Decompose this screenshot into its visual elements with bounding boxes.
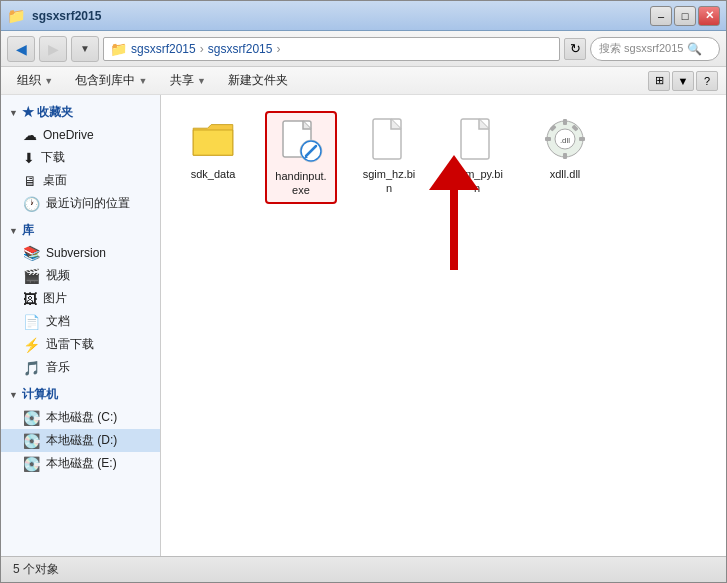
explorer-window: 📁 sgsxsrf2015 – □ ✕ ◀ ▶ ▼ 📁 sgsxsrf2015 … [0,0,727,583]
view-btn-list[interactable]: ▼ [672,71,694,91]
path-sep2: › [276,42,280,56]
search-icon: 🔍 [687,42,702,56]
address-path-seg2[interactable]: sgsxsrf2015 [208,42,273,56]
sidebar-item-local-d[interactable]: 💽 本地磁盘 (D:) [1,429,160,452]
sidebar-item-thunder[interactable]: ⚡ 迅雷下载 [1,333,160,356]
toolbar: ◀ ▶ ▼ 📁 sgsxsrf2015 › sgsxsrf2015 › ↻ 搜索… [1,31,726,67]
forward-button[interactable]: ▶ [39,36,67,62]
file-item-sdk-data[interactable]: sdk_data [177,111,249,185]
generic-file-icon [371,117,407,161]
sidebar-item-video[interactable]: 🎬 视频 [1,264,160,287]
address-path-seg1[interactable]: sgsxsrf2015 [131,42,196,56]
sgim-py-icon-wrap [453,115,501,163]
disk-e-icon: 💽 [23,456,40,472]
view-buttons: ⊞ ▼ ? [648,71,718,91]
status-count: 5 个对象 [13,561,59,578]
dropdown-button[interactable]: ▼ [71,36,99,62]
file-item-sgim-hz-bin[interactable]: sgim_hz.bin [353,111,425,200]
search-label: 搜索 sgsxsrf2015 [599,41,683,56]
file-item-sgim-py-bin[interactable]: sgim_py.bin [441,111,513,200]
path-sep1: › [200,42,204,56]
handinput-icon-wrap [277,117,325,165]
desktop-icon: 🖥 [23,173,37,189]
sidebar-section-favorites: ▼ ★ 收藏夹 ☁ OneDrive ⬇ 下载 🖥 桌面 🕐 最近访问的 [1,101,160,215]
view-btn-grid[interactable]: ⊞ [648,71,670,91]
sidebar-item-onedrive[interactable]: ☁ OneDrive [1,124,160,146]
xdll-label: xdll.dll [550,167,581,181]
sidebar-header-library[interactable]: ▼ 库 [1,219,160,242]
status-bar: 5 个对象 [1,556,726,582]
menu-new-folder[interactable]: 新建文件夹 [220,70,296,91]
subversion-icon: 📚 [23,245,40,261]
sidebar-section-computer: ▼ 计算机 💽 本地磁盘 (C:) 💽 本地磁盘 (D:) 💽 本地磁盘 (E:… [1,383,160,475]
sidebar-header-favorites[interactable]: ▼ ★ 收藏夹 [1,101,160,124]
main-area: ▼ ★ 收藏夹 ☁ OneDrive ⬇ 下载 🖥 桌面 🕐 最近访问的 [1,95,726,556]
sidebar-item-local-e[interactable]: 💽 本地磁盘 (E:) [1,452,160,475]
sidebar-item-music[interactable]: 🎵 音乐 [1,356,160,379]
sidebar-item-pictures[interactable]: 🖼 图片 [1,287,160,310]
disk-c-icon: 💽 [23,410,40,426]
files-grid: sdk_data [177,111,710,204]
view-btn-help[interactable]: ? [696,71,718,91]
address-bar[interactable]: 📁 sgsxsrf2015 › sgsxsrf2015 › [103,37,560,61]
onedrive-icon: ☁ [23,127,37,143]
minimize-button[interactable]: – [650,6,672,26]
sidebar-section-library: ▼ 库 📚 Subversion 🎬 视频 🖼 图片 📄 文档 [1,219,160,379]
sidebar-item-documents[interactable]: 📄 文档 [1,310,160,333]
disk-d-icon: 💽 [23,433,40,449]
window-folder-icon: 📁 [7,7,26,25]
dll-icon: .dll [543,117,587,161]
svg-rect-10 [563,119,567,125]
file-item-handinput-exe[interactable]: handinput.exe [265,111,337,204]
sdk-data-icon-wrap [189,115,237,163]
sdk-data-label: sdk_data [191,167,236,181]
menu-share[interactable]: 共享 ▼ [162,70,214,91]
address-folder-icon: 📁 [110,41,127,57]
title-bar: 📁 sgsxsrf2015 – □ ✕ [1,1,726,31]
sgim-hz-icon-wrap [365,115,413,163]
title-buttons: – □ ✕ [650,6,720,26]
pictures-icon: 🖼 [23,291,37,307]
sidebar: ▼ ★ 收藏夹 ☁ OneDrive ⬇ 下载 🖥 桌面 🕐 最近访问的 [1,95,161,556]
video-icon: 🎬 [23,268,40,284]
sgim-hz-label: sgim_hz.bin [363,167,416,196]
svg-rect-12 [545,137,551,141]
generic-file-icon2 [459,117,495,161]
file-area: sdk_data [161,95,726,556]
sidebar-item-downloads[interactable]: ⬇ 下载 [1,146,160,169]
file-item-xdll-dll[interactable]: .dll xdll.dll [529,111,601,185]
svg-rect-11 [563,153,567,159]
menu-organize[interactable]: 组织 ▼ [9,70,61,91]
handinput-label: handinput.exe [275,169,326,198]
search-bar[interactable]: 搜索 sgsxsrf2015 🔍 [590,37,720,61]
sidebar-item-recent[interactable]: 🕐 最近访问的位置 [1,192,160,215]
back-button[interactable]: ◀ [7,36,35,62]
folder-icon [191,121,235,157]
xdll-icon-wrap: .dll [541,115,589,163]
svg-rect-13 [579,137,585,141]
sidebar-item-subversion[interactable]: 📚 Subversion [1,242,160,264]
sgim-py-label: sgim_py.bin [451,167,503,196]
documents-icon: 📄 [23,314,40,330]
downloads-icon: ⬇ [23,150,35,166]
title-bar-left: 📁 sgsxsrf2015 [7,7,101,25]
window-title: sgsxsrf2015 [32,9,101,23]
recent-icon: 🕐 [23,196,40,212]
music-icon: 🎵 [23,360,40,376]
thunder-icon: ⚡ [23,337,40,353]
refresh-button[interactable]: ↻ [564,38,586,60]
sidebar-item-desktop[interactable]: 🖥 桌面 [1,169,160,192]
close-button[interactable]: ✕ [698,6,720,26]
maximize-button[interactable]: □ [674,6,696,26]
menu-include-library[interactable]: 包含到库中 ▼ [67,70,155,91]
menu-bar: 组织 ▼ 包含到库中 ▼ 共享 ▼ 新建文件夹 ⊞ ▼ ? [1,67,726,95]
exe-icon [279,119,323,163]
sidebar-header-computer[interactable]: ▼ 计算机 [1,383,160,406]
sidebar-item-local-c[interactable]: 💽 本地磁盘 (C:) [1,406,160,429]
svg-text:.dll: .dll [560,136,570,145]
